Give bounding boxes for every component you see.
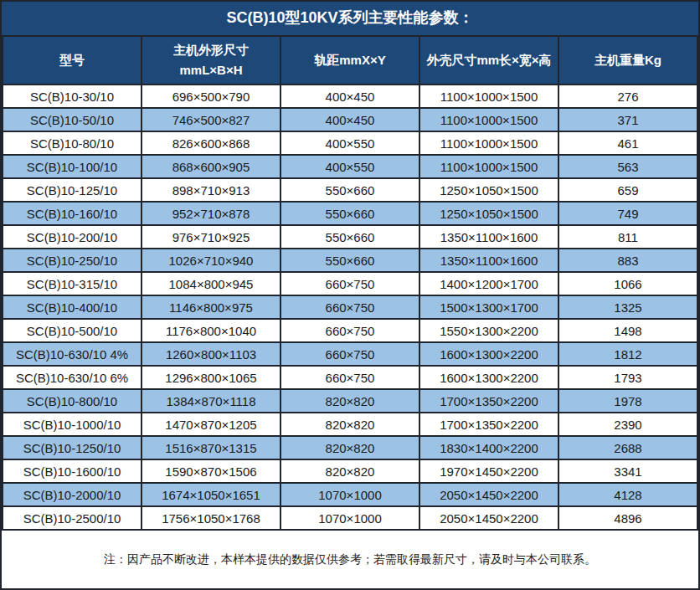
table-cell: SC(B)10-1600/10 xyxy=(3,459,142,483)
table-row: SC(B)10-1250/101516×870×1315820×8201830×… xyxy=(3,436,697,459)
table-cell: 1516×870×1315 xyxy=(142,436,281,459)
table-row: SC(B)10-500/101176×800×1040660×7501550×1… xyxy=(3,319,697,342)
col-header-shell-size: 外壳尺寸mm长×宽×高 xyxy=(419,36,558,85)
table-cell: 400×450 xyxy=(281,108,419,131)
table-row: SC(B)10-200/10976×710×925550×6601350×110… xyxy=(3,225,697,249)
table-row: SC(B)10-2000/101674×1050×16511070×100020… xyxy=(3,483,697,506)
table-cell: 1600×1300×2200 xyxy=(419,342,558,366)
table-cell: 2050×1450×2200 xyxy=(419,483,558,506)
table-cell: 1470×870×1205 xyxy=(142,413,281,436)
table-cell: 660×750 xyxy=(281,319,419,342)
table-cell: 1978 xyxy=(558,389,697,413)
table-cell: 820×820 xyxy=(281,436,419,459)
table-cell: 696×500×790 xyxy=(142,85,281,108)
table-cell: 1550×1300×2200 xyxy=(419,319,558,342)
table-cell: 3341 xyxy=(558,459,697,483)
table-row: SC(B)10-2500/101756×1050×17681070×100020… xyxy=(3,506,697,530)
table-cell: 1260×800×1103 xyxy=(142,342,281,366)
table-cell: 2688 xyxy=(558,436,697,459)
table-cell: 820×820 xyxy=(281,459,419,483)
table-cell: 976×710×925 xyxy=(142,225,281,249)
table-cell: SC(B)10-630/10 6% xyxy=(3,366,142,389)
table-cell: SC(B)10-80/10 xyxy=(3,131,142,155)
table-cell: 400×450 xyxy=(281,85,419,108)
table-cell: 659 xyxy=(558,178,697,202)
table-cell: 550×660 xyxy=(281,225,419,249)
table-cell: 1146×800×975 xyxy=(142,295,281,319)
table-cell: 749 xyxy=(558,202,697,225)
table-body: SC(B)10-30/10696×500×790400×4501100×1000… xyxy=(3,85,697,530)
table-cell: 400×550 xyxy=(281,155,419,178)
table-row: SC(B)10-1000/101470×870×1205820×8201700×… xyxy=(3,413,697,436)
table-row: SC(B)10-400/101146×800×975660×7501500×13… xyxy=(3,295,697,319)
table-cell: 952×710×878 xyxy=(142,202,281,225)
table-cell: 1590×870×1506 xyxy=(142,459,281,483)
table-cell: SC(B)10-500/10 xyxy=(3,319,142,342)
table-cell: 660×750 xyxy=(281,295,419,319)
table-cell: SC(B)10-100/10 xyxy=(3,155,142,178)
table-cell: 1070×1000 xyxy=(281,506,419,530)
page-title: SC(B)10型10KV系列主要性能参数： xyxy=(2,2,698,35)
table-cell: SC(B)10-250/10 xyxy=(3,249,142,272)
col-header-model: 型号 xyxy=(3,36,142,85)
table-cell: 2390 xyxy=(558,413,697,436)
table-cell: 1498 xyxy=(558,319,697,342)
table-row: SC(B)10-30/10696×500×790400×4501100×1000… xyxy=(3,85,697,108)
table-cell: 1066 xyxy=(558,272,697,295)
table-row: SC(B)10-250/101026×710×940550×6601350×11… xyxy=(3,249,697,272)
table-cell: 1100×1000×1500 xyxy=(419,108,558,131)
table-cell: 550×660 xyxy=(281,202,419,225)
table-cell: 1250×1050×1500 xyxy=(419,202,558,225)
table-cell: SC(B)10-200/10 xyxy=(3,225,142,249)
table-cell: 1250×1050×1500 xyxy=(419,178,558,202)
table-cell: 1674×1050×1651 xyxy=(142,483,281,506)
table-cell: SC(B)10-1000/10 xyxy=(3,413,142,436)
table-cell: 1970×1450×2200 xyxy=(419,459,558,483)
table-cell: 4128 xyxy=(558,483,697,506)
table-cell: 4896 xyxy=(558,506,697,530)
table-cell: SC(B)10-50/10 xyxy=(3,108,142,131)
table-cell: 1325 xyxy=(558,295,697,319)
table-row: SC(B)10-315/101084×800×945660×7501400×12… xyxy=(3,272,697,295)
table-cell: SC(B)10-1250/10 xyxy=(3,436,142,459)
table-cell: 898×710×913 xyxy=(142,178,281,202)
spec-table: 型号 主机外形尺寸 mmL×B×H 轨距mmX×Y 外壳尺寸mm长×宽×高 主机… xyxy=(2,35,698,531)
table-cell: 1700×1350×2200 xyxy=(419,389,558,413)
table-row: SC(B)10-630/10 6%1296×800×1065660×750160… xyxy=(3,366,697,389)
table-cell: 1600×1300×2200 xyxy=(419,366,558,389)
table-cell: SC(B)10-400/10 xyxy=(3,295,142,319)
table-cell: 1830×1400×2200 xyxy=(419,436,558,459)
table-cell: 550×660 xyxy=(281,249,419,272)
table-cell: 1084×800×945 xyxy=(142,272,281,295)
table-row: SC(B)10-800/101384×870×1118820×8201700×1… xyxy=(3,389,697,413)
spec-sheet: SC(B)10型10KV系列主要性能参数： 型号 主机外形尺寸 mmL×B×H … xyxy=(0,0,700,590)
header-row: 型号 主机外形尺寸 mmL×B×H 轨距mmX×Y 外壳尺寸mm长×宽×高 主机… xyxy=(3,36,697,85)
table-cell: 1500×1300×1700 xyxy=(419,295,558,319)
table-row: SC(B)10-100/10868×600×905400×5501100×100… xyxy=(3,155,697,178)
table-cell: 826×600×868 xyxy=(142,131,281,155)
table-cell: 820×820 xyxy=(281,389,419,413)
table-cell: 563 xyxy=(558,155,697,178)
table-row: SC(B)10-80/10826×600×868400×5501100×1000… xyxy=(3,131,697,155)
col-header-weight: 主机重量Kg xyxy=(558,36,697,85)
table-cell: 1350×1100×1600 xyxy=(419,225,558,249)
footer-note: 注：因产品不断改进，本样本提供的数据仅供参考；若需取得最新尺寸，请及时与本公司联… xyxy=(2,529,698,588)
table-cell: SC(B)10-2000/10 xyxy=(3,483,142,506)
table-row: SC(B)10-125/10898×710×913550×6601250×105… xyxy=(3,178,697,202)
table-cell: 1176×800×1040 xyxy=(142,319,281,342)
table-cell: 1700×1350×2200 xyxy=(419,413,558,436)
table-cell: 1100×1000×1500 xyxy=(419,131,558,155)
table-cell: 461 xyxy=(558,131,697,155)
table-row: SC(B)10-630/10 4%1260×800×1103660×750160… xyxy=(3,342,697,366)
table-cell: 1756×1050×1768 xyxy=(142,506,281,530)
table-cell: 746×500×827 xyxy=(142,108,281,131)
table-cell: 811 xyxy=(558,225,697,249)
table-cell: 1793 xyxy=(558,366,697,389)
table-cell: 400×550 xyxy=(281,131,419,155)
table-cell: 1100×1000×1500 xyxy=(419,85,558,108)
table-cell: 883 xyxy=(558,249,697,272)
table-cell: 1350×1100×1600 xyxy=(419,249,558,272)
table-cell: 820×820 xyxy=(281,413,419,436)
table-cell: 660×750 xyxy=(281,272,419,295)
table-cell: SC(B)10-800/10 xyxy=(3,389,142,413)
